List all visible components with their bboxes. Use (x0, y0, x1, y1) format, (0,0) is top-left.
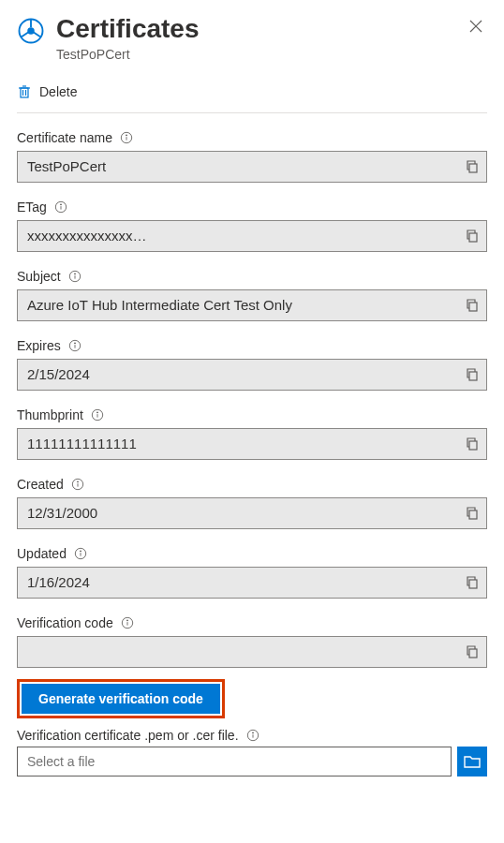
copy-icon[interactable] (465, 575, 480, 590)
copy-icon[interactable] (465, 644, 480, 659)
info-icon[interactable] (246, 729, 259, 742)
close-button[interactable] (465, 15, 487, 42)
svg-point-42 (126, 619, 127, 620)
svg-rect-27 (469, 372, 477, 380)
file-picker-row (17, 747, 487, 776)
info-icon[interactable] (68, 339, 82, 352)
svg-point-26 (74, 342, 75, 343)
svg-point-14 (126, 134, 126, 135)
svg-point-34 (77, 481, 78, 481)
updated-label: Updated (17, 546, 67, 561)
etag-label: ETag (17, 200, 47, 214)
field-thumbprint: Thumbprint (17, 407, 487, 460)
thumbprint-label: Thumbprint (17, 407, 83, 422)
copy-icon[interactable] (465, 506, 480, 521)
field-etag: ETag (17, 200, 487, 252)
info-icon[interactable] (54, 200, 67, 214)
svg-rect-7 (21, 88, 28, 97)
verification-certificate-label-row: Verification certificate .pem or .cer fi… (17, 728, 487, 743)
svg-rect-15 (469, 164, 477, 172)
certificate-name-input[interactable] (17, 151, 487, 183)
info-icon[interactable] (121, 616, 134, 629)
folder-icon (464, 754, 481, 769)
verification-certificate-label: Verification certificate .pem or .cer fi… (17, 728, 239, 743)
certificate-name-label: Certificate name (17, 130, 112, 145)
file-input[interactable] (17, 747, 452, 776)
thumbprint-input[interactable] (17, 428, 487, 460)
info-icon[interactable] (91, 408, 104, 422)
subject-label: Subject (17, 269, 61, 284)
close-icon (468, 19, 483, 34)
verification-code-label: Verification code (17, 615, 113, 630)
page-subtitle: TestPoPCert (56, 47, 453, 62)
subject-input[interactable] (17, 289, 487, 321)
svg-point-1 (27, 27, 35, 35)
field-certificate-name: Certificate name (17, 130, 487, 183)
svg-rect-23 (469, 303, 477, 311)
copy-icon[interactable] (465, 159, 480, 174)
updated-input[interactable] (17, 567, 487, 599)
header-text: Certificates TestPoPCert (56, 13, 453, 62)
delete-button[interactable]: Delete (17, 79, 487, 113)
svg-rect-19 (469, 233, 477, 242)
expires-input[interactable] (17, 359, 487, 391)
field-subject: Subject (17, 269, 487, 321)
field-updated: Updated (17, 546, 487, 599)
info-icon[interactable] (71, 478, 84, 491)
info-icon[interactable] (68, 270, 82, 283)
copy-icon[interactable] (465, 367, 480, 382)
info-icon[interactable] (74, 547, 87, 560)
svg-line-4 (34, 32, 41, 37)
generate-verification-code-button[interactable]: Generate verification code (22, 684, 220, 714)
field-expires: Expires (17, 338, 487, 391)
svg-rect-31 (469, 441, 477, 450)
info-icon[interactable] (120, 131, 133, 144)
certificates-icon (17, 17, 45, 45)
created-label: Created (17, 477, 64, 492)
expires-label: Expires (17, 338, 61, 353)
field-verification-code: Verification code (17, 615, 487, 668)
highlight-annotation: Generate verification code (17, 679, 225, 718)
copy-icon[interactable] (465, 229, 480, 244)
copy-icon[interactable] (465, 436, 480, 451)
panel-header: Certificates TestPoPCert (17, 13, 487, 62)
svg-point-22 (74, 273, 75, 274)
trash-icon (17, 84, 32, 99)
svg-rect-35 (469, 510, 477, 519)
verification-code-input[interactable] (17, 636, 487, 668)
svg-point-30 (96, 411, 97, 412)
svg-rect-39 (469, 580, 477, 588)
field-created: Created (17, 477, 487, 529)
page-title: Certificates (56, 13, 453, 45)
svg-point-38 (80, 550, 81, 551)
copy-icon[interactable] (465, 298, 480, 313)
svg-point-18 (60, 203, 61, 204)
created-input[interactable] (17, 497, 487, 529)
etag-input[interactable] (17, 220, 487, 252)
svg-rect-43 (469, 649, 477, 658)
svg-line-3 (22, 32, 29, 37)
browse-file-button[interactable] (457, 747, 487, 776)
svg-point-46 (252, 732, 253, 732)
delete-label: Delete (39, 84, 77, 99)
